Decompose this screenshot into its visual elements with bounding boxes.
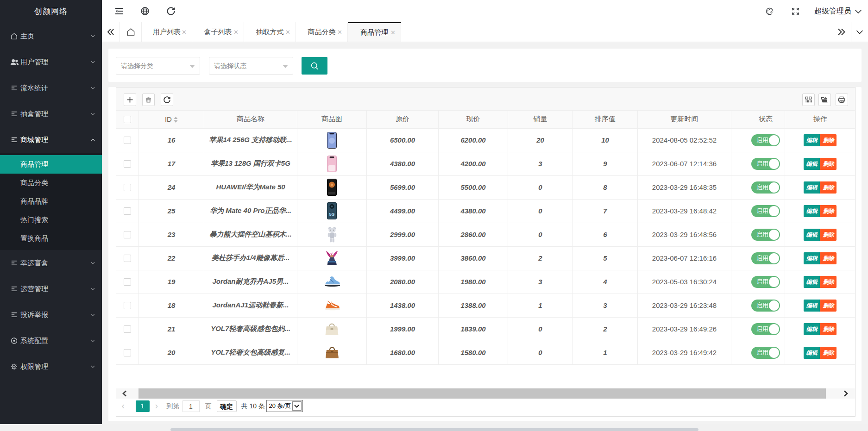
svg-text:5G: 5G [329,212,334,217]
